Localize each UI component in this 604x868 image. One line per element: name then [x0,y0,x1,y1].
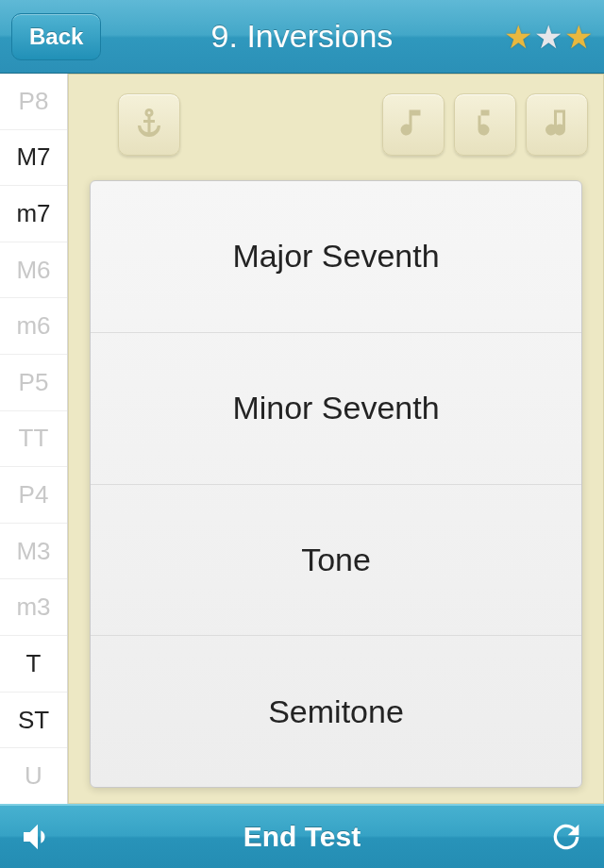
sidebar-item-m3-minor[interactable]: m3 [0,579,67,636]
answer-option-label: Semitone [268,693,404,730]
speaker-icon [19,818,57,856]
main-area: P8 M7 m7 M6 m6 P5 TT P4 M3 m3 T ST U [0,74,604,804]
star-icon: ★ [504,21,532,53]
sidebar-item-label: ST [18,706,49,735]
footer-bar[interactable]: End Test [0,804,604,868]
answer-option-label: Tone [301,542,371,578]
sidebar-item-label: M7 [16,142,50,172]
sidebar-item-m3-major[interactable]: M3 [0,524,67,580]
answer-option[interactable]: Minor Seventh [91,333,581,485]
sidebar-item-m7-major[interactable]: M7 [0,130,67,187]
sidebar-item-p5[interactable]: P5 [0,355,67,411]
sidebar-item-label: TT [19,424,49,453]
header-bar: Back 9. Inversions ★ ★ ★ [0,0,604,74]
interval-sidebar: P8 M7 m7 M6 m6 P5 TT P4 M3 m3 T ST U [0,74,68,804]
play-ascending-icon [396,106,430,143]
star-icon: ★ [564,21,593,53]
restart-button[interactable] [547,818,585,856]
sidebar-item-label: m3 [16,593,50,622]
answer-option-label: Major Seventh [232,238,439,275]
sidebar-item-u[interactable]: U [0,748,67,804]
sidebar-item-label: P4 [19,480,49,509]
sound-button[interactable] [19,818,57,856]
play-descending-icon [468,106,502,143]
play-ascending-button[interactable] [382,93,445,156]
play-harmonic-icon [540,106,574,143]
play-harmonic-button[interactable] [526,93,588,156]
answer-card: Major Seventh Minor Seventh Tone Semiton… [90,180,582,788]
play-descending-button[interactable] [454,93,516,156]
sidebar-item-label: M6 [16,256,50,285]
end-test-label: End Test [0,821,604,853]
answer-option-label: Minor Seventh [232,390,439,426]
sidebar-item-label: M3 [16,537,50,566]
sidebar-item-label: P5 [19,368,49,397]
stage-panel: Major Seventh Minor Seventh Tone Semiton… [68,74,604,804]
sidebar-item-st[interactable]: ST [0,693,67,749]
sidebar-item-p8[interactable]: P8 [0,74,67,130]
sidebar-item-label: P8 [19,87,49,116]
anchor-icon [132,106,166,143]
sidebar-item-m6-minor[interactable]: m6 [0,298,67,355]
back-button[interactable]: Back [11,13,101,60]
star-icon: ★ [534,21,562,53]
play-toolbar [84,88,588,161]
back-button-label: Back [29,24,83,49]
sidebar-item-m7-minor[interactable]: m7 [0,186,67,242]
sidebar-item-label: T [26,649,42,678]
anchor-button[interactable] [118,93,180,156]
answer-option[interactable]: Major Seventh [91,181,581,333]
sidebar-item-label: m7 [16,199,50,228]
sidebar-item-t[interactable]: T [0,636,67,693]
difficulty-stars: ★ ★ ★ [504,21,593,53]
answer-option[interactable]: Tone [91,485,581,637]
sidebar-item-tt[interactable]: TT [0,411,67,468]
sidebar-item-m6-major[interactable]: M6 [0,242,67,299]
answer-option[interactable]: Semitone [91,636,581,787]
sidebar-item-label: m6 [16,311,50,341]
refresh-icon [547,818,585,856]
sidebar-item-p4[interactable]: P4 [0,467,67,524]
sidebar-item-label: U [25,761,42,791]
